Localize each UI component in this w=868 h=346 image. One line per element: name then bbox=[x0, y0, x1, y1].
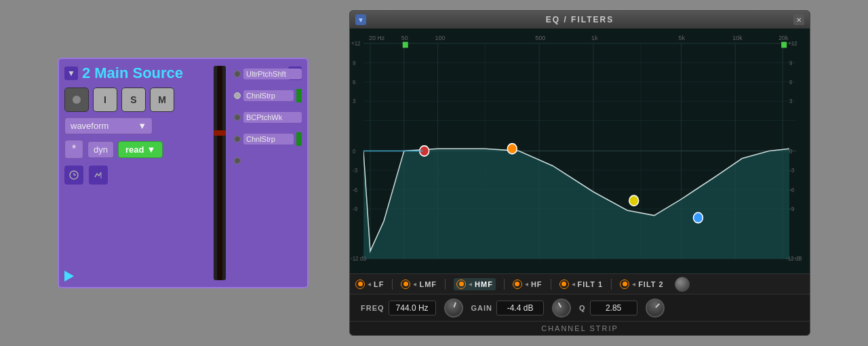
band-separator bbox=[445, 279, 446, 290]
input-button[interactable]: I bbox=[93, 88, 117, 112]
fader-track bbox=[217, 66, 222, 280]
hmf-power-indicator bbox=[459, 282, 464, 286]
band-group-hmf: ◂ HMF bbox=[454, 278, 496, 290]
svg-text:-9: -9 bbox=[789, 206, 794, 212]
plugin-active-dot bbox=[234, 136, 241, 142]
filt1-band-label: FILT 1 bbox=[578, 280, 604, 288]
svg-text:-3: -3 bbox=[353, 167, 357, 174]
lf-power-button[interactable] bbox=[355, 280, 365, 289]
filt1-speaker-icon: ◂ bbox=[572, 280, 575, 288]
freq-param-group: FREQ 744.0 Hz bbox=[361, 301, 436, 315]
svg-text:5k: 5k bbox=[679, 34, 686, 41]
svg-text:9: 9 bbox=[789, 59, 793, 66]
mute-button[interactable]: M bbox=[150, 88, 174, 112]
lf-power-indicator bbox=[358, 282, 363, 286]
eq-collapse-button[interactable]: ▼ bbox=[355, 14, 366, 25]
automation-icon-button[interactable] bbox=[89, 166, 108, 185]
freq-value[interactable]: 744.0 Hz bbox=[389, 301, 436, 315]
asterisk-button[interactable]: * bbox=[64, 140, 83, 159]
solo-button[interactable]: S bbox=[121, 88, 146, 112]
lmf-power-button[interactable] bbox=[401, 280, 410, 289]
filt2-speaker-icon: ◂ bbox=[632, 280, 635, 288]
gain-value[interactable]: -4.4 dB bbox=[496, 301, 544, 315]
read-chevron-icon: ▼ bbox=[146, 145, 155, 155]
channel-strip-panel: ▼ 2 Main Source ▼ I S M waveform ▼ * dyn… bbox=[58, 58, 309, 288]
svg-text:3: 3 bbox=[789, 98, 793, 104]
lf-speaker-icon: ◂ bbox=[368, 280, 371, 288]
list-item: UltrPtchShft bbox=[234, 64, 302, 83]
list-item: BCPtchWk bbox=[234, 108, 302, 127]
svg-text:50: 50 bbox=[401, 34, 408, 41]
gain-param-group: GAIN -4.4 dB bbox=[471, 301, 545, 315]
band-separator bbox=[611, 279, 612, 290]
hf-speaker-icon: ◂ bbox=[525, 280, 528, 288]
plugin-name[interactable]: UltrPtchShft bbox=[243, 69, 302, 79]
band-group-filt2: ◂ FILT 2 bbox=[620, 280, 664, 289]
eq-titlebar: ▼ EQ / FILTERS ✕ bbox=[350, 11, 810, 28]
dyn-label: dyn bbox=[87, 141, 114, 158]
plugin-name[interactable]: BCPtchWk bbox=[243, 112, 302, 123]
svg-rect-51 bbox=[403, 42, 408, 48]
record-button[interactable] bbox=[64, 88, 89, 112]
list-item: ChnlStrp bbox=[234, 86, 302, 105]
waveform-select[interactable]: waveform ▼ bbox=[64, 117, 153, 134]
svg-text:-9: -9 bbox=[353, 206, 357, 212]
filt2-power-indicator bbox=[623, 282, 627, 286]
lmf-power-indicator bbox=[403, 282, 408, 286]
plugin-meter-bar bbox=[296, 89, 302, 102]
plugin-name[interactable]: ChnlStrp bbox=[243, 134, 294, 145]
eq-band-bar: ◂ LF ◂ LMF ◂ HMF ◂ HF bbox=[350, 273, 810, 294]
q-param-group: Q 2.85 bbox=[579, 301, 637, 315]
filt2-power-button[interactable] bbox=[620, 280, 629, 289]
svg-text:+12: +12 bbox=[788, 40, 797, 47]
plugin-meter-bar bbox=[296, 132, 302, 146]
svg-text:10k: 10k bbox=[732, 34, 743, 41]
eq-panel: ▼ EQ / FILTERS ✕ bbox=[349, 10, 810, 336]
filt1-power-button[interactable] bbox=[559, 280, 569, 289]
hmf-speaker-icon: ◂ bbox=[469, 280, 472, 288]
clock-icon-button[interactable] bbox=[64, 166, 83, 185]
svg-text:6: 6 bbox=[353, 79, 356, 85]
svg-text:9: 9 bbox=[353, 59, 356, 66]
plugin-name[interactable]: ChnlStrp bbox=[243, 90, 294, 101]
hf-band-label: HF bbox=[531, 280, 542, 288]
svg-text:-3: -3 bbox=[789, 167, 794, 174]
eq-title: EQ / FILTERS bbox=[546, 15, 614, 24]
eq-display[interactable]: 20 Hz 50 100 500 1k 5k 10k 20k +12 9 6 3… bbox=[350, 28, 810, 273]
freq-label: FREQ bbox=[361, 304, 384, 312]
svg-text:3: 3 bbox=[353, 98, 356, 104]
eq-close-button[interactable]: ✕ bbox=[793, 14, 804, 25]
hmf-band-label: HMF bbox=[475, 280, 493, 288]
freq-knob[interactable] bbox=[441, 296, 466, 320]
svg-point-56 bbox=[629, 195, 639, 206]
svg-point-57 bbox=[694, 212, 703, 223]
waveform-label: waveform bbox=[71, 121, 108, 131]
q-label: Q bbox=[579, 304, 586, 312]
plugin-active-dot bbox=[234, 71, 241, 77]
eq-grid-svg: 20 Hz 50 100 500 1k 5k 10k 20k +12 9 6 3… bbox=[350, 28, 810, 273]
hf-power-button[interactable] bbox=[513, 280, 522, 289]
svg-text:20 Hz: 20 Hz bbox=[369, 34, 385, 41]
filt1-power-indicator bbox=[561, 282, 566, 286]
svg-text:6: 6 bbox=[789, 79, 793, 85]
svg-text:-6: -6 bbox=[789, 186, 794, 193]
q-value[interactable]: 2.85 bbox=[590, 301, 637, 315]
waveform-chevron-icon: ▼ bbox=[138, 121, 146, 131]
volume-fader[interactable] bbox=[214, 66, 226, 280]
plugin-active-dot bbox=[234, 157, 241, 164]
read-button[interactable]: read ▼ bbox=[118, 141, 163, 158]
hmf-power-button[interactable] bbox=[456, 280, 466, 289]
gain-knob[interactable] bbox=[549, 294, 574, 320]
q-knob[interactable] bbox=[642, 294, 669, 322]
svg-text:-6: -6 bbox=[353, 186, 357, 193]
band-group-filt1: ◂ FILT 1 bbox=[559, 280, 604, 289]
eq-params-bar: FREQ 744.0 Hz GAIN -4.4 dB Q 2.85 bbox=[350, 294, 810, 321]
play-button[interactable] bbox=[64, 271, 74, 282]
header-collapse-arrow[interactable]: ▼ bbox=[64, 66, 78, 80]
plugin-active-dot bbox=[234, 114, 241, 121]
band-separator bbox=[551, 279, 551, 290]
gain-label: GAIN bbox=[471, 304, 493, 312]
record-dot bbox=[73, 96, 81, 104]
lmf-band-label: LMF bbox=[419, 280, 437, 288]
filt2-knob[interactable] bbox=[675, 277, 690, 292]
